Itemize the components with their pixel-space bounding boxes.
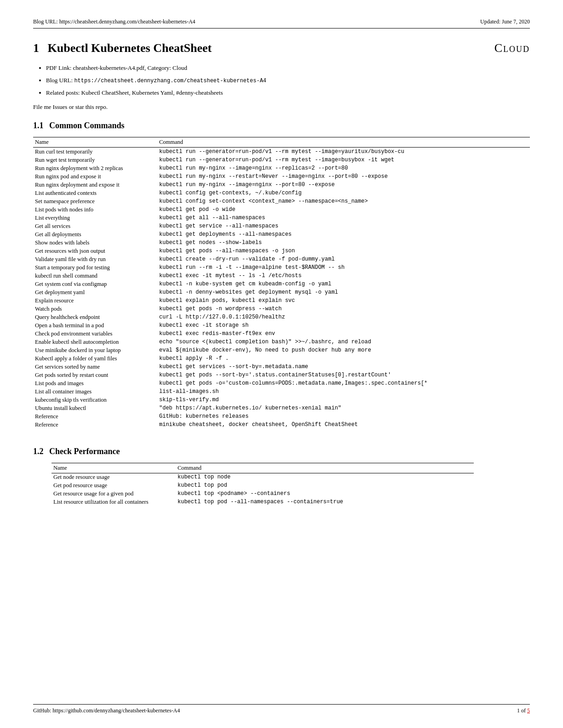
cloud-label: Cloud (494, 41, 530, 55)
row-command: kubectl config set-context <context_name… (157, 197, 530, 205)
row-command: echo "source <(kubectl completion bash)"… (157, 338, 530, 346)
intro-bullets: PDF Link: cheatsheet-kubernetes-A4.pdf, … (33, 63, 530, 97)
table-row: ReferenceGitHub: kubernetes releases (33, 412, 530, 421)
table-row: Run nginx pod and expose itkubectl run m… (33, 172, 530, 181)
row-command: kubectl run --generator=run-pod/v1 --rm … (157, 148, 530, 156)
row-name: kubectl run shell command (33, 272, 157, 280)
row-name: Get resources with json output (33, 247, 157, 255)
table-row: Get all deploymentskubectl get deploymen… (33, 230, 530, 239)
table-row: Get node resource usagekubectl top node (52, 473, 474, 482)
row-name: Explain resource (33, 296, 157, 305)
section2-table: Name Command Get node resource usagekube… (52, 463, 474, 508)
row-command: eval $(minikube docker-env), No need to … (157, 346, 530, 354)
table-row: Ubuntu install kubectl"deb https://apt.k… (33, 404, 530, 412)
header-blog-url: Blog URL: https://cheatsheet.dennyzhang.… (33, 18, 195, 25)
col-header-cmd: Command (157, 137, 530, 148)
row-name: Get all services (33, 222, 157, 230)
row-command: kubectl create --dry-run --validate -f p… (157, 255, 530, 263)
row-name: Run nginx pod and expose it (33, 172, 157, 181)
row-name: Get pods sorted by restart count (33, 371, 157, 379)
row-command: kubectl get deployments --all-namespaces (157, 230, 530, 239)
main-title-row: 1 Kubectl Kubernetes CheatSheet Cloud (33, 41, 530, 55)
table-row: Start a temporary pod for testingkubectl… (33, 263, 530, 272)
table-row: Get deployment yamlkubectl -n denny-webs… (33, 288, 530, 296)
row-name: Run curl test temporarily (33, 148, 157, 156)
row-name: Get pod resource usage (52, 482, 176, 490)
row-command: kubectl get services --sort-by=.metadata… (157, 363, 530, 371)
row-name: Run nginx deployment and expose it (33, 181, 157, 189)
table-row: Kubectl apply a folder of yaml fileskube… (33, 354, 530, 363)
row-name: Enable kubectl shell autocompletion (33, 338, 157, 346)
row-name: Get services sorted by name (33, 363, 157, 371)
row-command: kubectl top pod (176, 482, 474, 490)
table-row: Query healthcheck endpointcurl -L http:/… (33, 313, 530, 321)
table-row: kubectl run shell commandkubectl exec -i… (33, 272, 530, 280)
section1-table-wrapper: Name Command Run curl test temporarilyku… (33, 137, 530, 443)
row-command: kubectl get pod -o wide (157, 205, 530, 214)
row-name: Get system conf via configmap (33, 280, 157, 288)
section1-num: 1.1 (33, 121, 44, 130)
table-row: Get system conf via configmapkubectl -n … (33, 280, 530, 288)
table-row: Set namespace preferencekubectl config s… (33, 197, 530, 205)
col2-header-name: Name (52, 463, 176, 473)
row-name: Open a bash terminal in a pod (33, 321, 157, 330)
table-row: List authenticated contextskubectl confi… (33, 189, 530, 197)
table-row: List all container imageslist-all-images… (33, 387, 530, 396)
row-command: kubectl run --generator=run-pod/v1 --rm … (157, 156, 530, 164)
row-command: kubectl run my-nginx --restart=Never --i… (157, 172, 530, 181)
bullet-item: PDF Link: cheatsheet-kubernetes-A4.pdf, … (46, 63, 530, 73)
row-command: curl -L http://127.0.0.1:10250/healthz (157, 313, 530, 321)
footer-bar: GitHub: https://github.com/dennyzhang/ch… (33, 704, 530, 714)
footer-page-total: 5 (527, 707, 530, 714)
row-name: Validate yaml file with dry run (33, 255, 157, 263)
row-name: List all container images (33, 387, 157, 396)
table-row: Validate yaml file with dry runkubectl c… (33, 255, 530, 263)
table-row: List pods and imageskubectl get pods -o=… (33, 379, 530, 387)
row-command: kubectl top node (176, 473, 474, 482)
table-row: Get pods sorted by restart countkubectl … (33, 371, 530, 379)
row-command: kubectl exec redis-master-ft9ex env (157, 330, 530, 338)
table-row: Show nodes with labelskubectl get nodes … (33, 239, 530, 247)
header-bar: Blog URL: https://cheatsheet.dennyzhang.… (33, 18, 530, 28)
row-command: kubectl get pods --sort-by='.status.cont… (157, 371, 530, 379)
row-command: kubectl run my-nginx --image=nginx --rep… (157, 164, 530, 172)
row-command: list-all-images.sh (157, 387, 530, 396)
row-command: kubectl apply -R -f . (157, 354, 530, 363)
table-row: Run nginx deployment with 2 replicaskube… (33, 164, 530, 172)
bullet-item: Blog URL: https://cheatsheet.dennyzhang.… (46, 76, 530, 85)
row-command: skip-tls-verify.md (157, 396, 530, 404)
header-updated: Updated: June 7, 2020 (480, 18, 530, 25)
row-command: kubectl get pods -o='custom-columns=PODS… (157, 379, 530, 387)
table-row: Referenceminikube cheatsheet, docker che… (33, 421, 530, 430)
table-row: Get pod resource usagekubectl top pod (52, 482, 474, 490)
footer-github-url: GitHub: https://github.com/dennyzhang/ch… (33, 707, 180, 714)
table-row: List everythingkubectl get all --all-nam… (33, 214, 530, 222)
col-header-name: Name (33, 137, 157, 148)
table-row: List pods with nodes infokubectl get pod… (33, 205, 530, 214)
table-row: Run wget test temporarilykubectl run --g… (33, 156, 530, 164)
row-command: kubectl run my-nginx --image=nginx --por… (157, 181, 530, 189)
main-section-num: 1 (33, 41, 39, 55)
row-name: Reference (33, 421, 157, 430)
row-name: List pods with nodes info (33, 205, 157, 214)
row-name: kubeconfig skip tls verification (33, 396, 157, 404)
row-command: kubectl get pods --all-namespaces -o jso… (157, 247, 530, 255)
row-name: Get all deployments (33, 230, 157, 239)
blog-url-link[interactable]: https://cheatsheet.dennyzhang.com/cheats… (74, 78, 266, 84)
row-command: kubectl get all --all-namespaces (157, 214, 530, 222)
row-command: kubectl get service --all-namespaces (157, 222, 530, 230)
row-command: kubectl -n denny-websites get deployment… (157, 288, 530, 296)
row-command: kubectl exec -it storage sh (157, 321, 530, 330)
row-name: List pods and images (33, 379, 157, 387)
row-name: Check pod environment variables (33, 330, 157, 338)
row-command: kubectl exec -it mytest -- ls -l /etc/ho… (157, 272, 530, 280)
row-name: Get resource usage for a given pod (52, 490, 176, 498)
col2-header-cmd: Command (176, 463, 474, 473)
row-command: kubectl get pods -n wordpress --watch (157, 305, 530, 313)
table-row: List resource utilization for all contai… (52, 498, 474, 508)
row-command: kubectl top pod --all-namespaces --conta… (176, 498, 474, 508)
table-row: Get services sorted by namekubectl get s… (33, 363, 530, 371)
row-name: Get node resource usage (52, 473, 176, 482)
row-command: kubectl run --rm -i -t --image=alpine te… (157, 263, 530, 272)
section2-table-wrapper: Name Command Get node resource usagekube… (33, 463, 530, 508)
